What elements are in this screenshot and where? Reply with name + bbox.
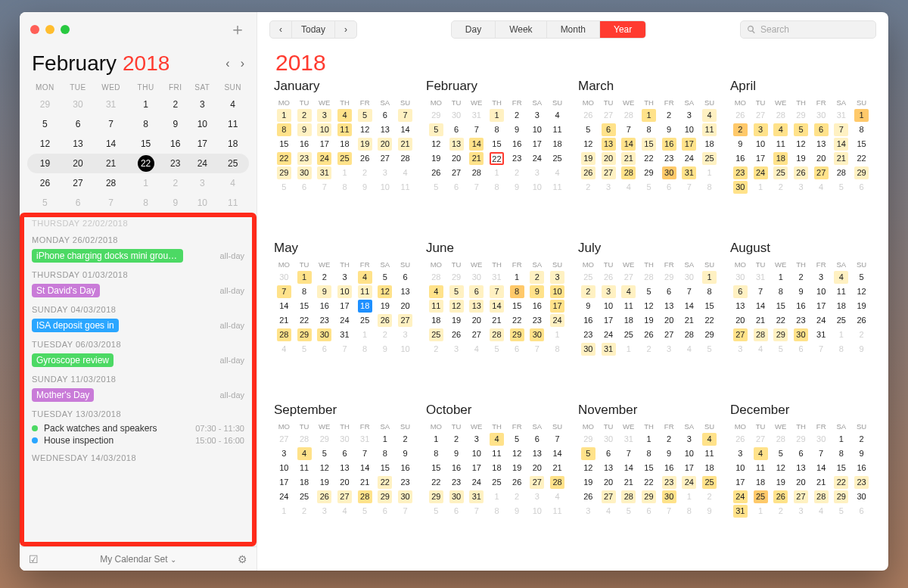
year-day[interactable]: 26 — [578, 108, 599, 123]
year-day[interactable]: 30 — [527, 328, 548, 342]
year-day[interactable]: 11 — [426, 299, 446, 313]
mini-day[interactable]: 5 — [27, 193, 63, 213]
mini-day[interactable]: 18 — [216, 134, 249, 154]
year-day[interactable]: 10 — [274, 461, 294, 475]
year-day[interactable]: 9 — [527, 285, 548, 299]
year-day[interactable]: 12 — [770, 461, 791, 475]
mini-day[interactable]: 14 — [93, 134, 129, 154]
year-day[interactable]: 10 — [314, 123, 334, 137]
year-day[interactable]: 8 — [487, 180, 507, 194]
year-day[interactable]: 29 — [659, 270, 679, 285]
year-day[interactable]: 5 — [832, 180, 852, 194]
year-day[interactable]: 27 — [375, 151, 396, 166]
year-day[interactable]: 1 — [699, 166, 720, 180]
year-day[interactable]: 20 — [659, 313, 679, 328]
year-day[interactable]: 12 — [375, 285, 396, 299]
year-day[interactable]: 1 — [274, 108, 294, 123]
year-day[interactable]: 27 — [618, 270, 639, 285]
year-day[interactable]: 6 — [599, 123, 619, 137]
event-row[interactable]: Gyroscope reviewall-day — [32, 353, 244, 367]
mini-day[interactable]: 6 — [63, 193, 93, 213]
year-day[interactable]: 17 — [679, 461, 700, 475]
year-day[interactable]: 4 — [599, 504, 619, 518]
year-day[interactable]: 3 — [578, 504, 599, 518]
year-day[interactable]: 24 — [751, 166, 771, 180]
add-button[interactable]: ＋ — [229, 21, 246, 38]
year-day[interactable]: 9 — [507, 123, 527, 137]
year-day[interactable]: 5 — [294, 342, 315, 356]
year-day[interactable]: 9 — [507, 504, 527, 518]
year-day[interactable]: 19 — [639, 313, 659, 328]
year-day[interactable]: 30 — [466, 270, 487, 285]
year-day[interactable]: 8 — [832, 342, 852, 356]
year-day[interactable]: 16 — [659, 461, 679, 475]
year-day[interactable]: 7 — [679, 180, 700, 194]
year-day[interactable]: 8 — [639, 446, 659, 461]
year-day[interactable]: 28 — [811, 490, 832, 504]
year-day[interactable]: 7 — [355, 446, 375, 461]
year-day[interactable]: 3 — [314, 108, 334, 123]
year-day[interactable]: 18 — [355, 299, 375, 313]
year-day[interactable]: 7 — [395, 504, 415, 518]
year-day[interactable]: 29 — [314, 432, 334, 446]
year-day[interactable]: 10 — [375, 180, 396, 194]
year-day[interactable]: 28 — [770, 108, 791, 123]
year-day[interactable]: 9 — [507, 180, 527, 194]
year-day[interactable]: 10 — [395, 342, 415, 356]
mini-day[interactable]: 7 — [93, 114, 129, 134]
year-day[interactable]: 22 — [832, 475, 852, 490]
year-day[interactable]: 25 — [578, 270, 599, 285]
year-day[interactable]: 8 — [487, 123, 507, 137]
year-day[interactable]: 3 — [730, 446, 751, 461]
year-day[interactable]: 8 — [770, 285, 791, 299]
year-day[interactable]: 29 — [426, 490, 446, 504]
year-day[interactable]: 2 — [527, 270, 548, 285]
year-day[interactable]: 14 — [355, 461, 375, 475]
year-day[interactable]: 25 — [699, 475, 720, 490]
year-day[interactable]: 11 — [395, 180, 415, 194]
year-day[interactable]: 3 — [730, 342, 751, 356]
year-day[interactable]: 5 — [578, 123, 599, 137]
year-day[interactable]: 11 — [832, 285, 852, 299]
year-day[interactable]: 26 — [426, 166, 446, 180]
year-day[interactable]: 30 — [334, 432, 355, 446]
year-day[interactable]: 23 — [395, 475, 415, 490]
year-day[interactable]: 31 — [832, 108, 852, 123]
year-day[interactable]: 26 — [730, 108, 751, 123]
year-day[interactable]: 28 — [770, 432, 791, 446]
year-day[interactable]: 6 — [851, 180, 872, 194]
year-day[interactable]: 29 — [851, 166, 872, 180]
year-day[interactable]: 3 — [466, 432, 487, 446]
year-day[interactable]: 28 — [832, 166, 852, 180]
year-day[interactable]: 8 — [832, 446, 852, 461]
year-day[interactable]: 20 — [599, 475, 619, 490]
prev-month-button[interactable]: ‹ — [225, 57, 229, 70]
year-day[interactable]: 16 — [446, 461, 467, 475]
year-day[interactable]: 30 — [446, 490, 467, 504]
year-day[interactable]: 10 — [547, 285, 568, 299]
year-day[interactable]: 8 — [699, 180, 720, 194]
year-day[interactable]: 22 — [375, 475, 396, 490]
year-day[interactable]: 27 — [446, 166, 467, 180]
year-day[interactable]: 24 — [334, 313, 355, 328]
year-day[interactable]: 1 — [507, 270, 527, 285]
year-day[interactable]: 21 — [466, 151, 487, 166]
year-day[interactable]: 11 — [294, 461, 315, 475]
year-day[interactable]: 24 — [679, 151, 700, 166]
year-day[interactable]: 3 — [679, 432, 700, 446]
month-november[interactable]: NovemberMOTUWETHFRSASU293031123456789101… — [578, 403, 720, 560]
year-day[interactable]: 24 — [527, 151, 548, 166]
year-day[interactable]: 2 — [314, 270, 334, 285]
year-day[interactable]: 10 — [527, 180, 548, 194]
year-day[interactable]: 20 — [811, 151, 832, 166]
year-day[interactable]: 5 — [426, 180, 446, 194]
year-day[interactable]: 7 — [751, 285, 771, 299]
year-day[interactable]: 31 — [314, 166, 334, 180]
year-day[interactable]: 5 — [791, 123, 811, 137]
year-day[interactable]: 7 — [527, 342, 548, 356]
year-day[interactable]: 15 — [699, 299, 720, 313]
next-button[interactable]: › — [334, 21, 356, 38]
year-day[interactable]: 2 — [699, 490, 720, 504]
year-day[interactable]: 27 — [751, 108, 771, 123]
year-day[interactable]: 23 — [659, 475, 679, 490]
